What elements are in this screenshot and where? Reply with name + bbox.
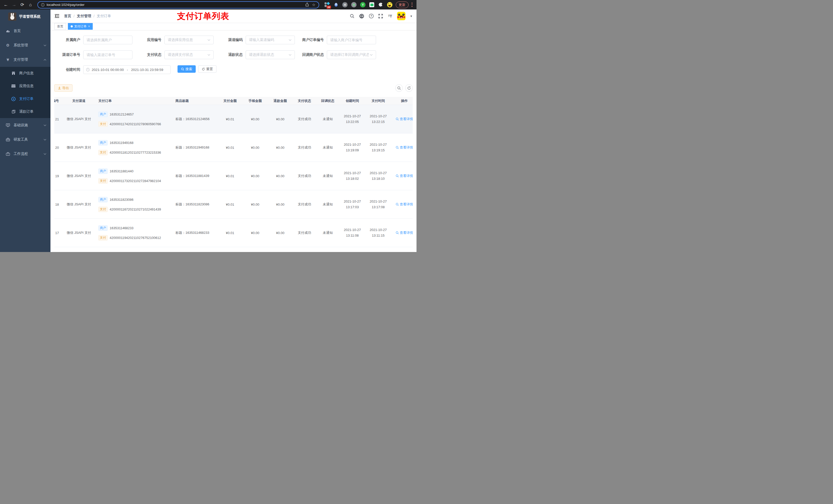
export-button[interactable]: 导出 bbox=[54, 84, 72, 92]
sidebar-item-infra[interactable]: 基础设施 bbox=[0, 118, 50, 133]
col-pay-time: 支付时间 bbox=[365, 98, 391, 104]
command-extension-icon[interactable]: ⌘ bbox=[342, 2, 348, 8]
user-avatar[interactable] bbox=[397, 12, 405, 20]
merchant-order-no: 1635311881440 bbox=[110, 169, 134, 173]
collapse-sidebar-icon[interactable] bbox=[54, 14, 60, 19]
chevron-down-icon bbox=[44, 45, 46, 46]
pay-status-select[interactable]: 请选择支付状态 bbox=[164, 50, 214, 59]
close-tab-icon[interactable]: × bbox=[88, 25, 90, 28]
sidebar-item-system[interactable]: ⚙ 系统管理 bbox=[0, 38, 50, 52]
pay-status-cell: 支付成功 bbox=[293, 202, 316, 207]
sidebar-item-pay-order[interactable]: ¥ 支付订单 bbox=[0, 93, 50, 105]
search-button[interactable]: 搜索 bbox=[177, 65, 196, 73]
merchant-filter-input[interactable] bbox=[83, 35, 133, 44]
font-size-icon[interactable]: TT bbox=[387, 14, 393, 19]
dashboard-icon bbox=[6, 29, 10, 33]
refresh-icon bbox=[202, 68, 205, 71]
bookmark-star-icon[interactable]: ☆ bbox=[312, 3, 315, 7]
merchant-order-no: 1635311823086 bbox=[110, 198, 134, 201]
pay-channel-cell: 微信 JSAPI 支付 bbox=[61, 174, 97, 178]
url-text[interactable]: localhost:1024/pay/order bbox=[47, 3, 303, 7]
create-time-range-picker[interactable]: 2021-10-01 00:00:00 - 2021-10-31 23:59:5… bbox=[83, 65, 171, 74]
merchant-order-no: 1635311468233 bbox=[110, 226, 134, 230]
product-title-cell: 标题：1635312124656 bbox=[174, 117, 217, 121]
home-icon[interactable]: ⌂ bbox=[27, 2, 34, 8]
browser-update-button[interactable]: 更新 bbox=[396, 2, 409, 8]
help-icon[interactable]: ? bbox=[368, 14, 374, 19]
merchant-order-no: 1635311949168 bbox=[110, 141, 134, 145]
extension-badge: 10 bbox=[327, 6, 331, 9]
pay-tag: 支付 bbox=[98, 150, 108, 155]
channel-code-select[interactable]: 请输入渠道编码 bbox=[246, 35, 295, 44]
channel-order-no-input[interactable] bbox=[83, 50, 133, 59]
tab-pay-order[interactable]: 支付订单 × bbox=[68, 23, 93, 30]
sidebar-item-home[interactable]: 首页 bbox=[0, 24, 50, 38]
sidebar-item-merchant-info[interactable]: 商户信息 bbox=[0, 67, 50, 80]
breadcrumb-pay[interactable]: 支付管理 bbox=[77, 14, 91, 19]
breadcrumb-home[interactable]: 首页 bbox=[64, 14, 71, 19]
channel-pay-no: 4200001167202110271022491439 bbox=[110, 208, 161, 211]
app-id-select[interactable]: 请选择应用信息 bbox=[164, 35, 214, 44]
refund-status-select[interactable]: 请选择退款状态 bbox=[246, 50, 295, 59]
share-icon[interactable] bbox=[305, 3, 309, 7]
avatar-caret-icon[interactable]: ▼ bbox=[410, 15, 413, 18]
chevron-down-icon bbox=[370, 54, 373, 56]
grid-extension-icon[interactable]: 10 bbox=[324, 2, 330, 8]
view-detail-link[interactable]: 查看详情 bbox=[396, 145, 413, 150]
chat-extension-icon[interactable] bbox=[369, 2, 375, 8]
magnifier-icon bbox=[396, 146, 399, 149]
puzzle-extensions-icon[interactable] bbox=[378, 2, 384, 8]
refresh-table-button[interactable] bbox=[405, 84, 413, 92]
browser-menu-icon[interactable] bbox=[410, 3, 414, 7]
notify-status-select[interactable]: 请选择订单回调商户状态 bbox=[327, 50, 376, 59]
actions-cell: 查看详情 bbox=[391, 231, 413, 235]
sidebar-item-workflow[interactable]: 工作流程 bbox=[0, 147, 50, 161]
chevron-down-icon bbox=[289, 39, 291, 41]
view-detail-link[interactable]: 查看详情 bbox=[396, 202, 413, 207]
tab-home[interactable]: 首页 bbox=[54, 23, 66, 30]
refund-cell: ¥0.00 bbox=[268, 231, 293, 235]
filter-row-1: 所属商户 应用编号 请选择应用信息 渠道编码 请输入渠道编码 bbox=[54, 35, 413, 44]
site-info-icon[interactable] bbox=[41, 3, 45, 7]
reset-button[interactable]: 重置 bbox=[198, 65, 216, 73]
chevron-down-icon bbox=[208, 54, 210, 56]
col-notify-status: 回调状态 bbox=[316, 99, 339, 103]
address-bar[interactable]: localhost:1024/pay/order ☆ bbox=[38, 1, 319, 8]
pay-tag: 支付 bbox=[98, 235, 108, 240]
sidebar-item-dev-tools[interactable]: 研发工具 bbox=[0, 133, 50, 147]
active-tab-dot bbox=[71, 25, 73, 27]
pay-order-cell: 商户 1635311823086 支付 42000011672021102710… bbox=[97, 197, 174, 212]
fullscreen-icon[interactable] bbox=[378, 14, 383, 19]
pay-time-cell: 2021-10-27 13:22:15 bbox=[365, 114, 391, 125]
sidebar-item-pay[interactable]: ￥ 支付管理 bbox=[0, 52, 50, 67]
search-icon[interactable] bbox=[350, 14, 355, 19]
chevron-down-icon bbox=[208, 39, 210, 41]
col-pay-order: 支付订单 bbox=[97, 99, 174, 103]
forward-icon[interactable]: → bbox=[11, 2, 18, 8]
channel-pay-no: 4200001174202110278060590766 bbox=[110, 122, 161, 126]
github-icon[interactable] bbox=[359, 14, 364, 19]
sidebar-item-refund-order[interactable]: 退款订单 bbox=[0, 105, 50, 118]
pay-tag: 支付 bbox=[98, 121, 108, 127]
merchant-order-no-input[interactable] bbox=[327, 35, 376, 44]
view-detail-link[interactable]: 查看详情 bbox=[396, 117, 413, 121]
map-pin-extension-icon[interactable] bbox=[333, 2, 339, 8]
yen-circle-icon: ¥ bbox=[11, 97, 16, 101]
notify-status-cell: 未通知 bbox=[316, 202, 339, 207]
dot-extension-icon[interactable] bbox=[351, 2, 357, 8]
filter-label: 渠道订单号 bbox=[54, 52, 83, 57]
table-header-row: 编号 支付渠道 支付订单 商品标题 支付金额 手续金额 退款金额 支付状态 回调… bbox=[54, 97, 413, 105]
reload-icon[interactable]: ⟳ bbox=[19, 2, 26, 8]
filter-label: 退款状态 bbox=[217, 52, 246, 57]
toggle-search-button[interactable] bbox=[395, 84, 403, 92]
sidebar-item-app-info[interactable]: 应用信息 bbox=[0, 80, 50, 93]
emoji-extension-icon[interactable] bbox=[387, 2, 393, 8]
y-extension-icon[interactable]: Y bbox=[360, 2, 366, 8]
back-icon[interactable]: ← bbox=[3, 2, 9, 8]
view-detail-link[interactable]: 查看详情 bbox=[396, 231, 413, 235]
merchant-tag: 商户 bbox=[98, 225, 108, 231]
view-detail-link[interactable]: 查看详情 bbox=[396, 174, 413, 178]
pay-tag: 支付 bbox=[98, 178, 108, 184]
documents-icon bbox=[11, 110, 16, 114]
page-content: 所属商户 应用编号 请选择应用信息 渠道编码 请输入渠道编码 bbox=[50, 30, 416, 252]
